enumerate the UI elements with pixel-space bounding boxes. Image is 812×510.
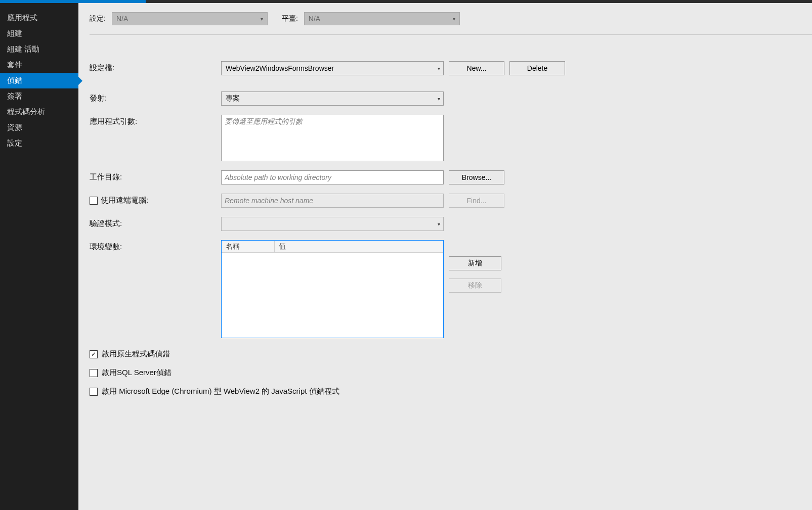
configuration-label: 設定: (90, 14, 106, 23)
sidebar-item-label: 組建 活動 (7, 44, 39, 53)
main-panel: 設定: N/A ▾ 平臺: N/A ▾ 設定檔: WebView2Windows… (78, 3, 812, 510)
sidebar-item-package[interactable]: 套件 (0, 57, 78, 73)
config-platform-row: 設定: N/A ▾ 平臺: N/A ▾ (90, 12, 812, 35)
new-profile-button[interactable]: New... (449, 61, 504, 75)
sidebar-item-label: 程式碼分析 (7, 107, 45, 116)
launch-label: 發射: (90, 91, 216, 103)
remote-machine-label: 使用遠端電腦: (101, 196, 148, 205)
js-debug-label: 啟用 Microsoft Edge (Chromium) 型 WebView2 … (102, 387, 339, 396)
chevron-down-icon: ▾ (261, 16, 263, 22)
app-args-label: 應用程式引數: (90, 115, 216, 126)
profile-combobox[interactable]: WebView2WindowsFormsBrowser ▾ (221, 61, 444, 75)
remove-env-button: 移除 (449, 279, 501, 293)
working-dir-input[interactable] (221, 170, 444, 184)
env-vars-label: 環境變數: (90, 240, 216, 252)
auth-mode-combobox: ▾ (221, 217, 444, 231)
sidebar-item-label: 簽署 (7, 91, 22, 100)
js-debug-row: 啟用 Microsoft Edge (Chromium) 型 WebView2 … (90, 387, 812, 396)
sidebar-item-settings[interactable]: 設定 (0, 135, 78, 151)
sidebar-item-label: 套件 (7, 60, 22, 69)
sql-debug-checkbox[interactable] (90, 369, 98, 377)
auth-mode-label: 驗證模式: (90, 217, 216, 228)
sidebar-item-build-events[interactable]: 組建 活動 (0, 41, 78, 57)
launch-value: 專案 (226, 94, 240, 103)
remote-machine-checkbox[interactable] (90, 197, 98, 205)
profile-label: 設定檔: (90, 61, 216, 73)
sidebar-item-signing[interactable]: 簽署 (0, 88, 78, 104)
sidebar-item-label: 資源 (7, 123, 22, 131)
sidebar-item-label: 設定 (7, 138, 22, 147)
env-vars-table[interactable]: 名稱 值 (221, 240, 444, 338)
env-buttons: 新增 移除 (449, 256, 565, 293)
browse-button[interactable]: Browse... (449, 170, 504, 184)
sidebar-item-debug[interactable]: 偵錯 (0, 73, 78, 88)
platform-label: 平臺: (282, 14, 298, 23)
native-debug-label: 啟用原生程式碼偵錯 (102, 349, 170, 359)
sidebar-item-build[interactable]: 組建 (0, 26, 78, 41)
sql-debug-label: 啟用SQL Server偵錯 (102, 368, 172, 378)
app-args-textarea[interactable] (221, 115, 444, 161)
env-col-value[interactable]: 值 (275, 241, 443, 252)
add-env-button[interactable]: 新增 (449, 256, 501, 270)
native-debug-checkbox[interactable]: ✓ (90, 350, 98, 358)
platform-dropdown[interactable]: N/A ▾ (304, 12, 460, 25)
find-button: Find... (449, 194, 504, 208)
sidebar-item-application[interactable]: 應用程式 (0, 10, 78, 26)
delete-profile-button[interactable]: Delete (509, 61, 565, 75)
chevron-down-icon: ▾ (438, 66, 440, 71)
configuration-value: N/A (116, 15, 128, 23)
configuration-dropdown[interactable]: N/A ▾ (112, 12, 268, 25)
sidebar-item-label: 偵錯 (7, 76, 22, 84)
chevron-down-icon: ▾ (438, 96, 440, 102)
env-vars-header: 名稱 值 (222, 241, 443, 253)
remote-machine-row: 使用遠端電腦: (90, 194, 216, 205)
chevron-down-icon: ▾ (438, 221, 440, 227)
sidebar-item-resources[interactable]: 資源 (0, 120, 78, 135)
sidebar-item-label: 組建 (7, 29, 22, 37)
sql-debug-row: 啟用SQL Server偵錯 (90, 368, 812, 378)
sidebar-item-code-analysis[interactable]: 程式碼分析 (0, 104, 78, 120)
chevron-down-icon: ▾ (453, 16, 455, 22)
sidebar-item-label: 應用程式 (7, 13, 37, 22)
sidebar: 應用程式 組建 組建 活動 套件 偵錯 簽署 程式碼分析 資源 設定 (0, 3, 78, 510)
remote-machine-input (221, 194, 444, 208)
profile-value: WebView2WindowsFormsBrowser (226, 64, 334, 72)
platform-value: N/A (309, 15, 320, 23)
env-col-name[interactable]: 名稱 (222, 241, 275, 252)
launch-combobox[interactable]: 專案 ▾ (221, 91, 444, 106)
native-debug-row: ✓ 啟用原生程式碼偵錯 (90, 349, 812, 359)
js-debug-checkbox[interactable] (90, 388, 98, 396)
working-dir-label: 工作目錄: (90, 170, 216, 182)
